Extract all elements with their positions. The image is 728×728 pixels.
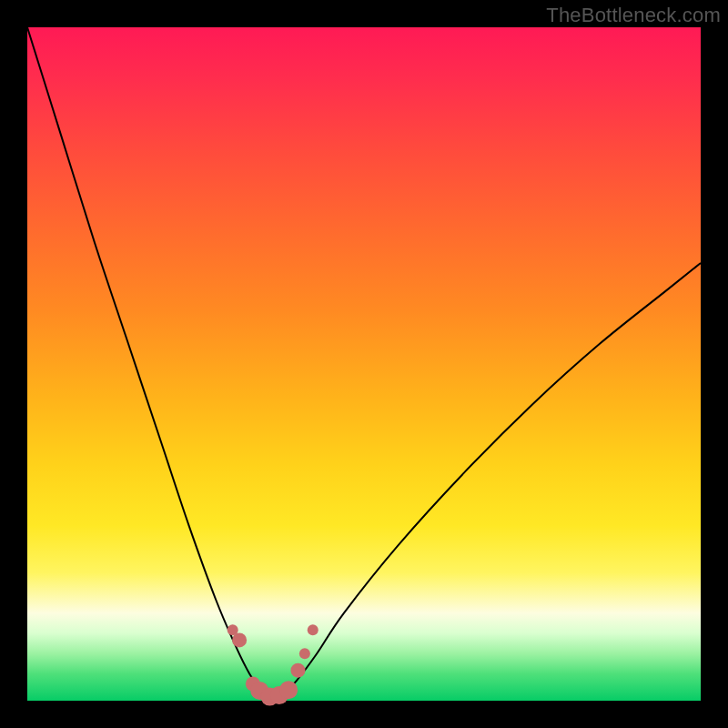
chart-frame: TheBottleneck.com (0, 0, 728, 728)
highlight-marker (290, 663, 305, 678)
plot-area (27, 27, 701, 701)
bottleneck-curve-path (27, 27, 701, 701)
curve-layer (27, 27, 701, 701)
bottleneck-curve (27, 27, 701, 701)
highlight-marker (299, 648, 310, 659)
highlight-markers (228, 624, 318, 705)
highlight-marker (308, 624, 318, 635)
watermark-text: TheBottleneck.com (546, 4, 721, 27)
highlight-marker (232, 632, 247, 647)
highlight-marker (279, 681, 298, 699)
